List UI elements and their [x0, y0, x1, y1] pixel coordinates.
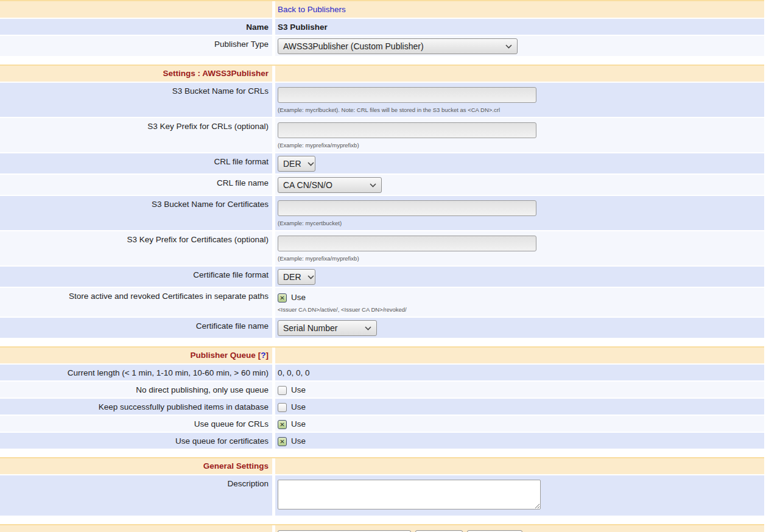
crl-file-name-cell: CA CN/SN/O	[275, 175, 764, 195]
top-section: Back to Publishers Name S3 Publisher Pub…	[0, 0, 764, 56]
settings-section: Settings : AWSS3Publisher S3 Bucket Name…	[0, 65, 764, 338]
general-settings-section-title: General Settings	[0, 458, 272, 474]
queue-for-crls-cell: Use	[275, 416, 764, 432]
queue-for-certs-use-label[interactable]: Use	[291, 436, 306, 446]
help-bracket-close: ]	[266, 351, 269, 360]
s3-prefix-certs-input[interactable]	[278, 236, 536, 251]
queue-for-crls-use-label[interactable]: Use	[291, 419, 306, 429]
s3-prefix-crls-input[interactable]	[278, 122, 536, 138]
publisher-queue-help-link[interactable]: ?	[261, 351, 265, 360]
top-header-spacer	[0, 1, 272, 18]
s3-bucket-certs-input[interactable]	[278, 200, 536, 216]
s3-bucket-certs-label: S3 Bucket Name for Certificates	[0, 196, 272, 230]
publisher-type-select[interactable]: AWSS3Publisher (Custom Publisher)	[278, 38, 518, 54]
s3-bucket-crls-label: S3 Bucket Name for CRLs	[0, 83, 272, 117]
cert-file-name-cell: Serial Number	[275, 318, 764, 338]
keep-published-checkbox[interactable]	[278, 403, 287, 412]
s3-bucket-crls-cell: (Example: mycrlbucket). Note: CRL files …	[275, 83, 764, 117]
queue-for-certs-checkbox[interactable]	[278, 437, 287, 446]
s3-prefix-crls-cell: (Example: myprefixa/myprefixb)	[275, 118, 764, 152]
separate-paths-cell: Use <Issuer CA DN>/active/, <Issuer CA D…	[275, 288, 764, 317]
keep-published-cell: Use	[275, 399, 764, 415]
current-length-value: 0, 0, 0, 0	[275, 365, 764, 380]
crl-file-name-select[interactable]: CA CN/SN/O	[278, 177, 382, 193]
no-direct-publishing-cell: Use	[275, 382, 764, 397]
crl-file-format-selected-option: DER	[283, 159, 301, 169]
current-length-label: Current length (< 1 min, 1-10 min, 10-60…	[0, 365, 272, 380]
cert-file-format-selected-option: DER	[283, 272, 301, 282]
name-value: S3 Publisher	[275, 19, 764, 35]
crl-file-format-label: CRL file format	[0, 153, 272, 173]
queue-for-crls-label: Use queue for CRLs	[0, 416, 272, 432]
queue-header-spacer	[275, 348, 764, 363]
no-direct-publishing-checkbox[interactable]	[278, 386, 287, 395]
s3-prefix-crls-label: S3 Key Prefix for CRLs (optional)	[0, 118, 272, 152]
chevron-down-icon	[505, 44, 512, 49]
publisher-queue-section-title: Publisher Queue[?]	[0, 348, 272, 363]
cert-file-format-label: Certificate file format	[0, 267, 272, 287]
back-to-publishers-link[interactable]: Back to Publishers	[278, 5, 346, 14]
s3-bucket-certs-help: (Example: mycertbucket)	[278, 220, 761, 226]
separate-paths-label: Store active and revoked Certificates in…	[0, 288, 272, 317]
publisher-queue-section: Publisher Queue[?] Current length (< 1 m…	[0, 346, 764, 449]
s3-prefix-certs-label: S3 Key Prefix for Certificates (optional…	[0, 231, 272, 265]
s3-prefix-certs-cell: (Example: myprefixa/myprefixb)	[275, 231, 764, 265]
top-header-cell: Back to Publishers	[275, 1, 764, 18]
description-cell	[275, 475, 764, 516]
chevron-down-icon	[307, 275, 314, 279]
description-textarea[interactable]	[278, 480, 541, 509]
chevron-down-icon	[370, 183, 376, 187]
s3-bucket-crls-input[interactable]	[278, 87, 536, 103]
separate-paths-help: <Issuer CA DN>/active/, <Issuer CA DN>/r…	[278, 306, 761, 313]
settings-section-title: Settings : AWSS3Publisher	[0, 66, 272, 82]
keep-published-label: Keep successfully published items in dat…	[0, 399, 272, 415]
cert-file-name-select[interactable]: Serial Number	[278, 320, 377, 336]
no-direct-publishing-use-label[interactable]: Use	[291, 385, 306, 395]
crl-file-name-selected-option: CA CN/SN/O	[283, 180, 332, 190]
queue-for-crls-checkbox[interactable]	[278, 420, 287, 429]
queue-for-certs-cell: Use	[275, 433, 764, 449]
cert-file-name-label: Certificate file name	[0, 318, 272, 338]
separate-paths-checkbox[interactable]	[278, 293, 287, 303]
s3-prefix-crls-help: (Example: myprefixa/myprefixb)	[278, 142, 761, 149]
crl-file-name-label: CRL file name	[0, 175, 272, 195]
description-label: Description	[0, 475, 272, 516]
chevron-down-icon	[307, 162, 314, 166]
crl-file-format-select[interactable]: DER	[278, 156, 315, 172]
s3-bucket-crls-help: (Example: mycrlbucket). Note: CRL files …	[278, 107, 761, 113]
settings-header-spacer	[275, 66, 764, 82]
name-label: Name	[0, 19, 272, 35]
cert-file-format-select[interactable]: DER	[278, 269, 315, 285]
publisher-type-selected-option: AWSS3Publisher (Custom Publisher)	[283, 41, 424, 51]
queue-for-certs-label: Use queue for certificates	[0, 433, 272, 449]
actions-spacer	[0, 525, 272, 532]
general-settings-section: General Settings Description	[0, 457, 764, 516]
actions-cell: Save and Test Connection Save Cancel	[275, 525, 764, 532]
s3-bucket-certs-cell: (Example: mycertbucket)	[275, 196, 764, 230]
cert-file-format-cell: DER	[275, 267, 764, 287]
chevron-down-icon	[365, 326, 371, 331]
separate-paths-use-label[interactable]: Use	[291, 293, 306, 303]
actions-section: Save and Test Connection Save Cancel	[0, 524, 764, 532]
crl-file-format-cell: DER	[275, 153, 764, 173]
general-header-spacer	[275, 458, 764, 474]
publisher-type-cell: AWSS3Publisher (Custom Publisher)	[275, 36, 764, 56]
publisher-queue-title-text: Publisher Queue	[190, 351, 255, 360]
keep-published-use-label[interactable]: Use	[291, 402, 306, 412]
s3-prefix-certs-help: (Example: myprefixa/myprefixb)	[278, 255, 761, 262]
edit-publisher-page: Back to Publishers Name S3 Publisher Pub…	[0, 0, 764, 532]
no-direct-publishing-label: No direct publishing, only use queue	[0, 382, 272, 397]
publisher-type-label: Publisher Type	[0, 36, 272, 56]
cert-file-name-selected-option: Serial Number	[283, 323, 337, 333]
